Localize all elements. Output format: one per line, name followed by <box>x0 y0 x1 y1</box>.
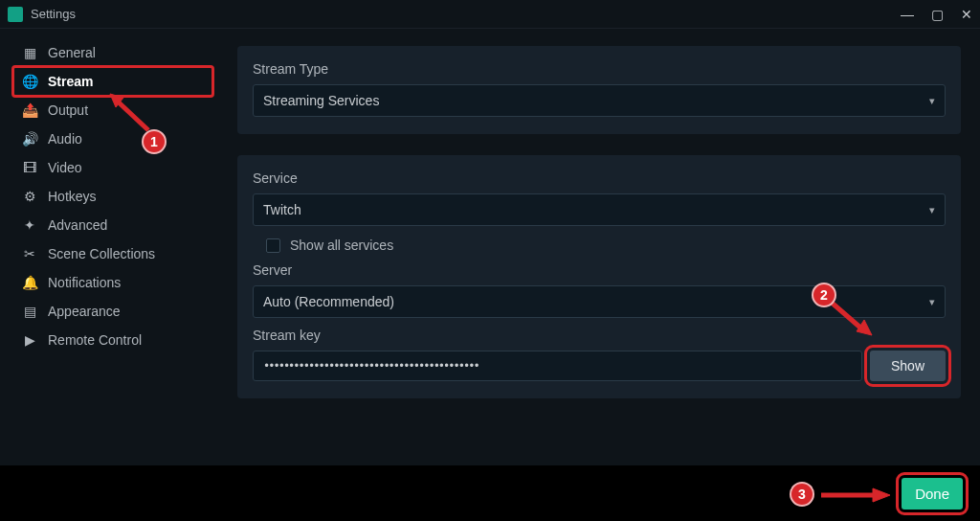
sidebar-item-general[interactable]: ▦ General <box>13 38 212 67</box>
sidebar-item-label: Notifications <box>48 275 121 290</box>
svg-marker-2 <box>873 488 890 502</box>
titlebar: Settings — ▢ ✕ <box>0 0 980 29</box>
server-value: Auto (Recommended) <box>263 294 394 309</box>
sidebar-item-hotkeys[interactable]: ⚙ Hotkeys <box>13 182 212 211</box>
show-all-services-label: Show all services <box>290 238 393 253</box>
sidebar-item-advanced[interactable]: ✦ Advanced <box>13 211 212 239</box>
output-icon: 📤 <box>21 102 38 118</box>
sidebar-item-label: Appearance <box>48 304 121 319</box>
annotation-arrow-2 <box>828 299 876 339</box>
close-icon[interactable]: ✕ <box>961 7 972 22</box>
play-icon: ▶ <box>21 332 38 348</box>
bell-icon: 🔔 <box>21 275 38 290</box>
stream-type-value: Streaming Services <box>263 93 379 108</box>
annotation-badge-2: 2 <box>812 283 836 307</box>
server-label: Server <box>253 262 946 278</box>
stream-key-input[interactable]: ••••••••••••••••••••••••••••••••••••••••… <box>253 351 862 381</box>
annotation-arrow-3 <box>819 487 894 504</box>
stream-type-label: Stream Type <box>253 61 946 77</box>
app-icon <box>8 7 23 22</box>
sidebar-item-label: Remote Control <box>48 332 142 348</box>
sidebar-item-notifications[interactable]: 🔔 Notifications <box>13 268 212 297</box>
globe-icon: 🌐 <box>21 74 38 89</box>
sidebar-item-appearance[interactable]: ▤ Appearance <box>13 297 212 326</box>
show-stream-key-button[interactable]: Show <box>870 351 946 381</box>
maximize-icon[interactable]: ▢ <box>931 7 944 22</box>
sidebar-item-label: Stream <box>48 74 93 89</box>
done-button-highlight: Done <box>902 478 963 510</box>
speaker-icon: 🔊 <box>21 131 38 147</box>
service-select[interactable]: Twitch ▾ <box>253 193 946 226</box>
done-button[interactable]: Done <box>902 478 963 510</box>
sidebar-item-scene-collections[interactable]: ✂ Scene Collections <box>13 239 212 268</box>
sliders-icon: ✦ <box>21 217 38 233</box>
show-all-services-row: Show all services <box>266 238 946 253</box>
sidebar-item-video[interactable]: 🎞 Video <box>13 153 212 182</box>
service-value: Twitch <box>263 202 301 217</box>
sidebar-item-label: Advanced <box>48 217 107 233</box>
sidebar-item-label: Audio <box>48 131 82 147</box>
sidebar-item-label: Hotkeys <box>48 189 97 204</box>
chevron-down-icon: ▾ <box>929 296 935 308</box>
grid-icon: ▦ <box>21 45 38 60</box>
svg-marker-1 <box>857 320 872 335</box>
sidebar-item-remote-control[interactable]: ▶ Remote Control <box>13 326 212 354</box>
panel-service: Service Twitch ▾ Show all services Serve… <box>237 155 961 398</box>
service-label: Service <box>253 170 946 186</box>
sidebar-item-label: Video <box>48 160 82 175</box>
stream-key-row: ••••••••••••••••••••••••••••••••••••••••… <box>253 351 946 381</box>
annotation-badge-1: 1 <box>142 129 167 154</box>
sidebar-item-label: Output <box>48 102 88 118</box>
minimize-icon[interactable]: — <box>901 7 914 22</box>
sidebar-item-label: Scene Collections <box>48 246 155 261</box>
gear-icon: ⚙ <box>21 189 38 204</box>
window-title: Settings <box>31 7 901 21</box>
panel-stream-type: Stream Type Streaming Services ▾ <box>237 46 961 134</box>
chevron-down-icon: ▾ <box>929 95 935 107</box>
scissors-icon: ✂ <box>21 246 38 261</box>
sidebar-item-label: General <box>48 45 96 60</box>
show-button-highlight: Show <box>870 351 946 381</box>
stream-type-select[interactable]: Streaming Services ▾ <box>253 84 946 117</box>
content: Stream Type Streaming Services ▾ Service… <box>220 29 980 465</box>
film-icon: 🎞 <box>21 160 38 175</box>
annotation-badge-3: 3 <box>790 482 814 507</box>
layout-icon: ▤ <box>21 304 38 319</box>
show-all-services-checkbox[interactable] <box>266 238 280 253</box>
window-controls: — ▢ ✕ <box>901 7 972 22</box>
chevron-down-icon: ▾ <box>929 204 935 216</box>
